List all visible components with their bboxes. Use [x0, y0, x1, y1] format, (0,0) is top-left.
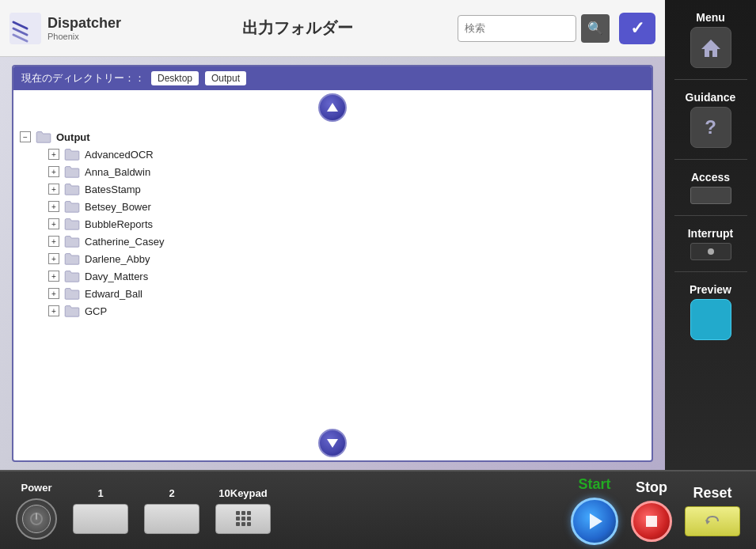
folder-icon-3	[64, 200, 80, 213]
btn2-group: 2	[144, 487, 199, 534]
list-item[interactable]: + Darlene_Abby	[13, 250, 652, 267]
reset-label: Reset	[693, 485, 731, 502]
keypad-label: 10Keypad	[218, 487, 267, 499]
list-item[interactable]: + Betsey_Bower	[13, 198, 652, 215]
right-sidebar: Menu Guidance ? Access	[665, 0, 756, 470]
app-title: Dispatcher	[47, 15, 121, 32]
power-icon	[28, 511, 44, 527]
folder-icon-1	[64, 165, 80, 178]
expand-btn-7[interactable]: +	[48, 271, 59, 282]
list-item[interactable]: + BubbleReports	[13, 215, 652, 233]
svg-rect-9	[646, 516, 657, 527]
confirm-button[interactable]	[619, 13, 655, 44]
svg-marker-6	[701, 40, 720, 57]
reset-button[interactable]	[685, 506, 740, 536]
preview-label: Preview	[690, 283, 731, 296]
sidebar-menu[interactable]: Menu	[665, 8, 756, 71]
file-item-name-6: Darlene_Abby	[85, 253, 150, 265]
power-group: Power	[16, 482, 57, 540]
file-list: − Output + AdvancedOCR +	[13, 125, 652, 426]
divider-4	[674, 271, 747, 272]
expand-btn-9[interactable]: +	[48, 305, 59, 316]
start-button[interactable]	[571, 498, 618, 545]
file-item-name-4: BubbleReports	[85, 218, 153, 230]
divider-2	[674, 159, 747, 160]
folder-root-label: Output	[56, 131, 90, 143]
file-browser: 現在のディレクトリー：： Desktop Output	[12, 65, 653, 462]
bottom-bar: Power 1 2 10Keypad	[0, 470, 756, 549]
search-button[interactable]: 🔍	[581, 14, 610, 43]
expand-btn-0[interactable]: +	[48, 149, 59, 160]
list-item[interactable]: + AdvancedOCR	[13, 146, 652, 163]
breadcrumb-desktop[interactable]: Desktop	[151, 71, 199, 85]
scroll-down-button[interactable]	[318, 429, 347, 457]
scroll-up-area	[13, 90, 652, 125]
sidebar-preview[interactable]: Preview	[665, 280, 756, 343]
list-item[interactable]: + Anna_Baldwin	[13, 163, 652, 180]
folder-icon-0	[64, 148, 80, 161]
start-icon	[583, 510, 606, 532]
file-items-container: + AdvancedOCR + Anna_Baldwin + BatesStam…	[13, 146, 652, 320]
expand-btn-8[interactable]: +	[48, 288, 59, 299]
scroll-down-area	[13, 426, 652, 460]
interrupt-button[interactable]	[690, 243, 731, 260]
folder-icon-7	[64, 270, 80, 282]
divider-3	[674, 215, 747, 216]
folder-icon-5	[64, 235, 80, 248]
expand-btn-2[interactable]: +	[48, 184, 59, 195]
expand-root[interactable]: −	[20, 131, 31, 142]
list-item[interactable]: + GCP	[13, 302, 652, 320]
sidebar-access[interactable]: Access	[665, 168, 756, 207]
page-title: 出力フォルダー	[137, 17, 458, 39]
question-icon: ?	[705, 116, 716, 138]
file-item-name-3: Betsey_Bower	[85, 201, 151, 213]
stop-label: Stop	[636, 479, 667, 496]
guidance-label: Guidance	[686, 91, 736, 104]
btn2-label: 2	[169, 487, 174, 499]
keypad-button[interactable]	[215, 504, 271, 534]
power-button[interactable]	[16, 498, 57, 540]
file-item-name-1: Anna_Baldwin	[85, 166, 150, 178]
file-item-name-0: AdvancedOCR	[85, 149, 154, 161]
list-item[interactable]: + Catherine_Casey	[13, 233, 652, 250]
expand-btn-1[interactable]: +	[48, 166, 59, 177]
svg-marker-8	[590, 513, 602, 529]
list-item[interactable]: + Edward_Ball	[13, 285, 652, 302]
browser-header: 現在のディレクトリー：： Desktop Output	[13, 66, 652, 90]
expand-btn-4[interactable]: +	[48, 218, 59, 229]
file-item-name-9: GCP	[85, 305, 107, 317]
list-item[interactable]: + Davy_Matters	[13, 267, 652, 285]
interrupt-dot	[708, 248, 714, 255]
list-item[interactable]: + BatesStamp	[13, 180, 652, 198]
folder-root[interactable]: − Output	[13, 128, 652, 146]
scroll-up-button[interactable]	[318, 93, 347, 122]
preview-button[interactable]	[690, 299, 731, 340]
guidance-button[interactable]: ?	[690, 107, 731, 148]
sidebar-guidance[interactable]: Guidance ?	[665, 88, 756, 151]
keypad-group: 10Keypad	[215, 487, 271, 534]
expand-btn-3[interactable]: +	[48, 201, 59, 212]
file-item-name-8: Edward_Ball	[85, 288, 142, 300]
expand-btn-5[interactable]: +	[48, 236, 59, 247]
app-subtitle: Phoenix	[47, 32, 121, 41]
reset-group: Reset	[685, 485, 740, 536]
home-icon	[700, 36, 722, 59]
breadcrumb-output[interactable]: Output	[205, 71, 246, 85]
logo-text: Dispatcher Phoenix	[47, 15, 121, 41]
stop-group: Stop	[631, 479, 672, 542]
svg-marker-5	[327, 439, 338, 448]
search-area: 🔍	[458, 13, 655, 44]
expand-btn-6[interactable]: +	[48, 253, 59, 264]
button-1[interactable]	[73, 504, 128, 534]
sidebar-interrupt[interactable]: Interrupt	[665, 224, 756, 263]
stop-button[interactable]	[631, 501, 672, 542]
power-label: Power	[21, 482, 51, 494]
button-2[interactable]	[144, 504, 199, 534]
search-input[interactable]	[458, 15, 576, 42]
menu-button[interactable]	[690, 27, 731, 68]
power-btn-inner	[22, 505, 51, 533]
folder-icon-2	[64, 183, 80, 195]
stop-icon	[643, 513, 660, 530]
access-label: Access	[691, 171, 730, 184]
access-button[interactable]	[690, 187, 731, 204]
